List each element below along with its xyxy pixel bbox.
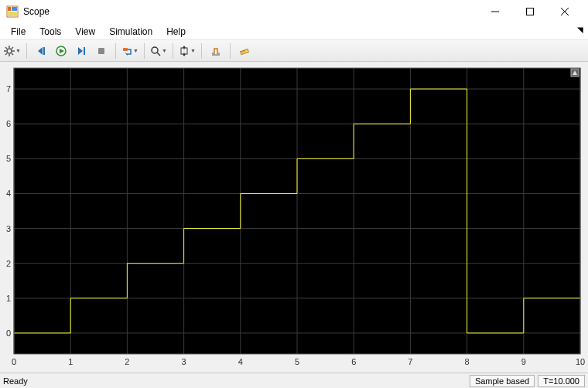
status-time: T=10.000 (538, 375, 585, 387)
svg-line-14 (12, 53, 13, 55)
menubar: File Tools View Simulation Help ◥ (0, 23, 588, 40)
measure-icon[interactable] (235, 43, 254, 60)
svg-text:10: 10 (576, 357, 585, 366)
status-sample: Sample based (470, 375, 535, 387)
svg-line-13 (5, 47, 7, 49)
svg-text:0: 0 (12, 357, 16, 366)
svg-rect-23 (98, 48, 104, 54)
svg-marker-21 (78, 47, 83, 55)
step-forward-icon[interactable] (72, 43, 91, 60)
svg-line-37 (244, 49, 245, 51)
toolbar-separator (115, 43, 116, 59)
svg-text:0: 0 (6, 328, 11, 338)
svg-line-16 (5, 53, 7, 55)
titlebar: Scope (0, 0, 588, 23)
svg-rect-2 (12, 7, 17, 11)
toolbar-separator (26, 43, 27, 59)
scale-icon[interactable]: ▼ (178, 43, 197, 60)
menu-help[interactable]: Help (160, 25, 192, 39)
svg-text:3: 3 (6, 224, 11, 233)
statusbar: Ready Sample based T=10.000 (0, 373, 588, 388)
svg-text:5: 5 (6, 154, 11, 163)
svg-line-36 (243, 50, 244, 52)
svg-text:1: 1 (6, 294, 11, 303)
step-back-icon[interactable] (32, 43, 50, 60)
svg-text:3: 3 (182, 357, 186, 366)
svg-line-15 (12, 47, 13, 49)
zoom-icon[interactable]: ▼ (149, 43, 168, 60)
svg-text:2: 2 (125, 357, 129, 366)
svg-text:8: 8 (465, 357, 470, 366)
svg-marker-31 (183, 46, 186, 48)
svg-line-27 (157, 53, 160, 56)
triggers-icon[interactable] (207, 43, 225, 60)
minimize-button[interactable] (477, 0, 512, 23)
svg-rect-24 (123, 48, 128, 51)
svg-text:6: 6 (351, 357, 356, 366)
gear-icon[interactable]: ▼ (3, 43, 22, 60)
toolbar-separator (144, 43, 145, 59)
status-ready: Ready (3, 376, 467, 386)
play-icon[interactable] (52, 43, 70, 60)
svg-line-35 (241, 51, 242, 53)
toolbar-separator (201, 43, 202, 59)
svg-rect-34 (241, 49, 249, 54)
toolbar-separator (230, 43, 231, 59)
window-controls (477, 0, 582, 23)
close-button[interactable] (547, 0, 582, 23)
svg-text:5: 5 (295, 357, 299, 366)
svg-text:4: 4 (6, 189, 11, 198)
svg-text:6: 6 (6, 119, 11, 128)
menu-tools[interactable]: Tools (33, 25, 67, 39)
svg-rect-18 (43, 47, 45, 55)
svg-rect-22 (84, 47, 85, 55)
svg-point-8 (7, 49, 12, 53)
svg-text:2: 2 (6, 259, 11, 268)
svg-marker-32 (183, 54, 186, 56)
app-icon (6, 5, 19, 18)
svg-marker-25 (125, 53, 128, 56)
plot-region: 01234567012345678910 (0, 62, 588, 373)
window-title: Scope (23, 6, 477, 17)
menu-simulation[interactable]: Simulation (103, 25, 159, 39)
svg-text:9: 9 (521, 357, 526, 366)
menu-file[interactable]: File (5, 25, 32, 39)
scope-chart[interactable]: 01234567012345678910 (3, 65, 585, 369)
svg-text:7: 7 (6, 84, 11, 94)
svg-rect-3 (8, 12, 17, 16)
toolbar-separator (173, 43, 173, 59)
maximize-button[interactable] (512, 0, 547, 23)
svg-marker-20 (60, 49, 64, 53)
svg-text:7: 7 (408, 357, 412, 366)
highlight-icon[interactable]: ▼ (121, 43, 139, 60)
pin-icon[interactable]: ◥ (577, 26, 583, 34)
menu-view[interactable]: View (69, 25, 101, 39)
svg-marker-17 (38, 47, 43, 55)
svg-point-26 (152, 47, 158, 53)
svg-rect-1 (8, 7, 11, 11)
svg-text:1: 1 (68, 357, 73, 366)
svg-rect-5 (526, 9, 533, 15)
stop-icon[interactable] (92, 43, 111, 60)
svg-text:4: 4 (238, 357, 243, 366)
toolbar: ▼ ▼ ▼ ▼ (0, 40, 588, 62)
